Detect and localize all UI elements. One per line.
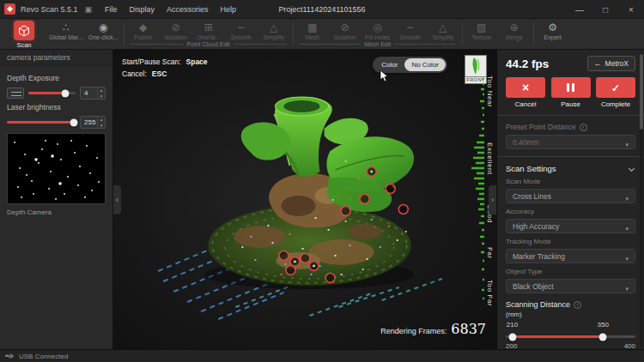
scan-cube-icon[interactable] [14,21,34,40]
distance-label-too-near: Too Near [486,75,494,107]
maximize-button[interactable]: □ [592,0,618,19]
menu-file[interactable]: File [99,5,124,14]
auto-exposure-button[interactable] [7,87,24,99]
toolbar-button-merge[interactable]: ⊕ Merge [498,21,531,40]
scan-settings-header[interactable]: Scan Settings [506,164,635,173]
complete-action: Complete [596,77,635,108]
simplify-icon: △ [270,21,277,33]
dropdown-caret-icon [625,135,629,150]
scrollbar-thumb[interactable] [640,54,643,130]
collapse-left-panel-button[interactable] [113,185,121,214]
toolbar-button-fusion[interactable]: ◆ Fusion [127,21,160,40]
scanning-distance-label: Scanning Distance [506,300,570,309]
close-button[interactable]: × [618,0,644,19]
title-bar: Revo Scan 5.5.1 ▣ File Display Accessori… [0,0,644,19]
scan-object [113,50,496,349]
range-min-label: 200 [506,342,517,350]
toolbar-button-texture[interactable]: ▨ Texture [465,21,498,40]
workspace-icon[interactable]: ▣ [85,5,93,14]
simplify-icon: △ [439,21,447,33]
one-click-icon: ◉ [99,21,107,33]
toolbar-button-isolation-pc[interactable]: ⊘ Isolation [160,21,192,40]
scan-tab[interactable]: Scan [4,21,44,49]
toolbar-separator [293,22,294,45]
pause-icon [572,83,574,92]
menu-accessories[interactable]: Accessories [161,5,215,14]
info-icon[interactable] [574,301,581,309]
camera-parameters-header: camera parameters [0,50,112,66]
toolbar-button-overlap[interactable]: ⊞ Overla... [192,21,225,40]
tracking-mode-dropdown[interactable]: Marker Tracking [506,249,635,263]
stepper-down-icon[interactable] [98,123,105,129]
chevron-down-icon [629,166,635,172]
toolbar: Scan ∴ Global Mar... ◉ One-click... ◆ Fu… [0,19,644,50]
global-markers-icon: ∴ [63,21,70,33]
scanning-distance-range-slider[interactable]: 210 350 200 400 [506,331,635,353]
toolbar-button-smooth-pc[interactable]: ∼ Smooth [225,21,258,40]
toolbar-button-fill-holes[interactable]: ◎ Fill Holes [361,21,394,40]
accuracy-dropdown[interactable]: High Accuracy [506,219,635,233]
range-high-handle[interactable] [599,333,607,341]
distance-label-too-far: Too Far [486,280,494,306]
laser-brightness-stepper[interactable]: 255 [80,116,106,129]
laser-brightness-slider[interactable] [7,121,76,124]
toolbar-button-expert[interactable]: ⚙ Expert [537,21,569,40]
smooth-icon: ∼ [237,21,246,33]
scan-mode-dropdown[interactable]: Cross Lines [506,189,635,203]
toolbar-button-simplify-pc[interactable]: △ Simplify [258,21,290,40]
accuracy-field: Accuracy High Accuracy [506,208,635,233]
dropdown-caret-icon [625,279,629,294]
menu-help[interactable]: Help [215,5,243,14]
fusion-icon: ◆ [139,21,147,33]
metrox-label: MetroX [605,59,629,68]
toolbar-button-isolation-mesh[interactable]: ⊘ Isolation [329,21,361,40]
fps-counter: 44.2 fps [506,57,549,70]
metrox-button[interactable]: MetroX [587,56,635,71]
isolation-icon: ⊘ [172,21,180,33]
preset-point-distance-dropdown[interactable]: 0.40mm [506,135,635,149]
info-icon[interactable] [580,124,587,131]
dropdown-caret-icon [625,189,629,204]
divider [497,156,644,157]
toolbar-button-global-markers[interactable]: ∴ Global Mar... [46,21,86,40]
x-icon [522,80,529,95]
toolbar-button-simplify-mesh[interactable]: △ Simplify [427,21,459,40]
scan-viewport-3d[interactable]: Start/Pause Scan:Space Cancel:ESC Color … [113,50,496,349]
hint-scan-key: Space [186,57,208,66]
cursor-pointer [380,70,389,86]
toolbar-button-one-click[interactable]: ◉ One-click... [86,21,121,40]
scan-control-panel: 44.2 fps MetroX Cancel Pause [496,50,644,349]
depth-exposure-slider[interactable] [28,92,76,94]
range-low-value: 210 [507,321,518,329]
depth-exposure-label: Depth Exposure [7,74,106,82]
collapse-right-panel-button[interactable] [489,185,496,214]
laser-brightness-slider-handle[interactable] [70,118,77,126]
depth-exposure-slider-handle[interactable] [61,89,69,97]
pause-action: Pause [551,77,591,108]
color-toggle-color[interactable]: Color [374,58,404,71]
scan-settings-title: Scan Settings [506,164,556,173]
right-panel-scrollbar[interactable] [640,52,643,347]
app-title: Revo Scan 5.5.1 [21,5,78,14]
chevron-right-icon [491,196,494,204]
depth-camera-label: Depth Camera [7,208,106,216]
color-toggle-no-color[interactable]: No Color [404,58,446,71]
range-low-handle[interactable] [508,333,516,341]
pause-icon [567,83,569,92]
complete-scan-button[interactable] [596,77,635,98]
dropdown-caret-icon [625,249,629,264]
cancel-scan-button[interactable] [506,77,545,98]
dropdown-caret-icon [625,219,629,234]
toolbar-button-smooth-mesh[interactable]: ∼ Smooth [394,21,427,40]
minimize-button[interactable]: — [567,0,592,19]
menu-display[interactable]: Display [124,5,161,14]
object-type-dropdown[interactable]: Black Object [506,279,635,293]
stepper-down-icon[interactable] [98,94,105,100]
pause-scan-button[interactable] [551,77,591,98]
toolbar-button-mesh[interactable]: ▦ Mesh [296,21,329,40]
toolbar-group-point-cloud-edit: ◆ Fusion ⊘ Isolation ⊞ Overla... ∼ Smoot… [127,21,290,47]
toolbar-separator [533,22,534,45]
scan-mode-field: Scan Mode Cross Lines [506,178,635,203]
depth-exposure-stepper[interactable]: 4 [80,87,106,100]
app-logo-icon [4,3,15,15]
